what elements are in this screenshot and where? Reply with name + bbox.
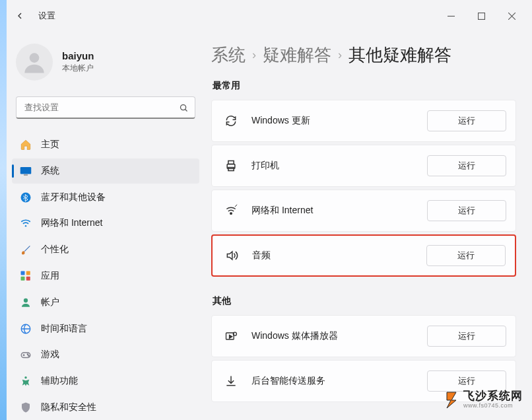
sidebar-item-home[interactable]: 主页	[12, 132, 199, 157]
shield-icon	[20, 402, 32, 413]
refresh-icon	[224, 114, 238, 128]
user-info: baiyun 本地帐户	[62, 50, 94, 74]
card-printer: 打印机 运行	[211, 145, 516, 187]
chevron-right-icon: ›	[252, 48, 256, 62]
sidebar-item-label: 个性化	[41, 244, 69, 256]
svg-point-18	[27, 354, 28, 355]
other-cards: Windows 媒体播放器 运行 后台智能传送服务 运行	[211, 315, 516, 402]
titlebar: 设置	[0, 0, 532, 32]
search-icon[interactable]	[177, 101, 190, 114]
wifi-signal-icon	[224, 203, 238, 218]
run-button[interactable]: 运行	[427, 200, 506, 221]
back-button[interactable]	[13, 9, 26, 22]
search-wrap	[16, 96, 195, 119]
globe-clock-icon	[20, 323, 32, 335]
run-button[interactable]: 运行	[427, 370, 506, 392]
svg-point-24	[230, 213, 232, 215]
svg-rect-12	[26, 271, 30, 275]
app-title: 设置	[38, 10, 55, 22]
sidebar-item-privacy[interactable]: 隐私和安全性	[12, 395, 199, 420]
brush-icon	[20, 244, 32, 256]
sidebar-item-label: 辅助功能	[41, 375, 78, 387]
watermark-url: www.fs0745.com	[463, 403, 523, 409]
bluetooth-icon	[20, 192, 32, 203]
sidebar-item-label: 蓝牙和其他设备	[41, 192, 106, 203]
user-type: 本地帐户	[62, 63, 94, 74]
printer-icon	[224, 158, 238, 173]
card-label: 后台智能传送服务	[251, 375, 414, 387]
card-label: 音频	[252, 250, 413, 262]
minimize-button[interactable]	[436, 5, 466, 26]
sidebar-item-bluetooth[interactable]: 蓝牙和其他设备	[12, 185, 199, 210]
left-accent-bar	[0, 0, 7, 420]
sidebar-item-label: 时间和语言	[41, 323, 87, 335]
svg-point-10	[25, 225, 26, 227]
breadcrumb-trouble[interactable]: 疑难解答	[263, 44, 331, 67]
user-icon	[20, 297, 32, 308]
run-button[interactable]: 运行	[426, 245, 506, 266]
sidebar-item-system[interactable]: 系统	[12, 158, 199, 184]
run-button[interactable]: 运行	[427, 326, 506, 347]
username: baiyun	[62, 50, 94, 61]
svg-rect-13	[21, 277, 25, 281]
sidebar-item-network[interactable]: 网络和 Internet	[12, 211, 199, 236]
close-button[interactable]	[496, 5, 527, 26]
sidebar-item-time[interactable]: 时间和语言	[12, 316, 199, 341]
home-icon	[20, 139, 32, 151]
section-frequent-label: 最常用	[213, 80, 516, 92]
svg-rect-23	[228, 168, 234, 171]
watermark-logo-icon	[445, 391, 458, 409]
content: baiyun 本地帐户 主页 系统	[0, 32, 532, 420]
gamepad-icon	[20, 349, 32, 361]
sidebar-item-accounts[interactable]: 帐户	[12, 290, 199, 315]
svg-rect-14	[26, 277, 30, 281]
card-label: 网络和 Internet	[251, 205, 414, 217]
card-label: 打印机	[251, 160, 414, 172]
watermark: 飞沙系统网 www.fs0745.com	[445, 390, 523, 409]
watermark-title: 飞沙系统网	[463, 390, 523, 403]
section-other-label: 其他	[213, 295, 516, 307]
svg-point-15	[24, 298, 28, 302]
settings-window: 设置 baiyun 本地帐户	[0, 0, 532, 420]
media-icon	[224, 329, 238, 343]
search-input[interactable]	[16, 96, 195, 119]
svg-rect-7	[20, 167, 32, 174]
run-button[interactable]: 运行	[427, 155, 506, 176]
wifi-icon	[20, 217, 32, 229]
breadcrumb: 系统 › 疑难解答 › 其他疑难解答	[211, 44, 516, 67]
sidebar-nav: 主页 系统 蓝牙和其他设备 网络和 Internet 个性化	[12, 132, 199, 420]
sidebar-item-apps[interactable]: 应用	[12, 263, 199, 289]
svg-rect-11	[21, 271, 25, 275]
user-account-row[interactable]: baiyun 本地帐户	[12, 40, 199, 90]
svg-point-19	[28, 356, 30, 357]
card-label: Windows 媒体播放器	[251, 330, 414, 342]
svg-line-25	[235, 205, 237, 207]
sidebar-item-personalization[interactable]: 个性化	[12, 237, 199, 262]
main-panel: 系统 › 疑难解答 › 其他疑难解答 最常用 Windows 更新 运行 打印机…	[205, 32, 532, 420]
svg-point-20	[24, 376, 26, 378]
sidebar-item-gaming[interactable]: 游戏	[12, 343, 199, 368]
card-label: Windows 更新	[251, 115, 414, 127]
card-audio: 音频 运行	[211, 234, 516, 277]
card-network: 网络和 Internet 运行	[211, 190, 516, 232]
sidebar-item-label: 帐户	[41, 297, 59, 308]
sidebar-item-label: 游戏	[41, 349, 59, 361]
sidebar-item-label: 隐私和安全性	[41, 402, 96, 413]
breadcrumb-system[interactable]: 系统	[211, 44, 246, 67]
sidebar: baiyun 本地帐户 主页 系统	[0, 32, 205, 420]
apps-icon	[20, 270, 32, 282]
run-button[interactable]: 运行	[427, 110, 506, 131]
svg-point-5	[180, 104, 185, 110]
sidebar-item-label: 应用	[41, 270, 59, 282]
maximize-button[interactable]	[466, 5, 496, 26]
titlebar-left: 设置	[13, 9, 55, 22]
svg-rect-1	[478, 13, 484, 19]
svg-rect-8	[24, 174, 28, 176]
frequent-cards: Windows 更新 运行 打印机 运行 网络和 Internet 运行 音频 …	[211, 100, 516, 277]
sidebar-item-accessibility[interactable]: 辅助功能	[12, 368, 199, 394]
card-windows-update: Windows 更新 运行	[211, 100, 516, 142]
accessibility-icon	[20, 375, 32, 387]
chevron-right-icon: ›	[338, 48, 342, 62]
download-icon	[224, 374, 238, 388]
svg-line-6	[185, 109, 187, 111]
